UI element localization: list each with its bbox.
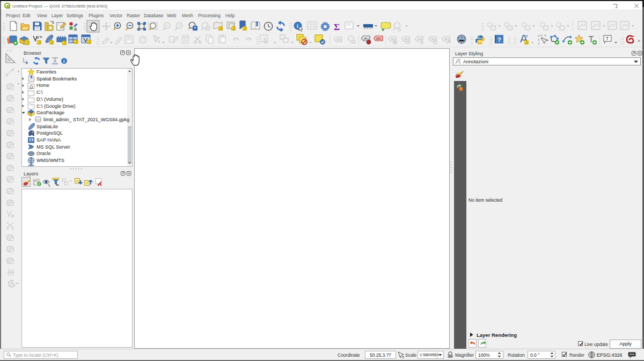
svg-text:?: ?	[497, 36, 501, 43]
svg-text:i: i	[297, 23, 298, 29]
svg-text:Σ: Σ	[334, 22, 340, 32]
svg-text:»: »	[638, 38, 640, 43]
svg-text:T: T	[606, 36, 609, 41]
svg-text:a: a	[74, 26, 77, 32]
svg-text:abc: abc	[376, 36, 382, 40]
